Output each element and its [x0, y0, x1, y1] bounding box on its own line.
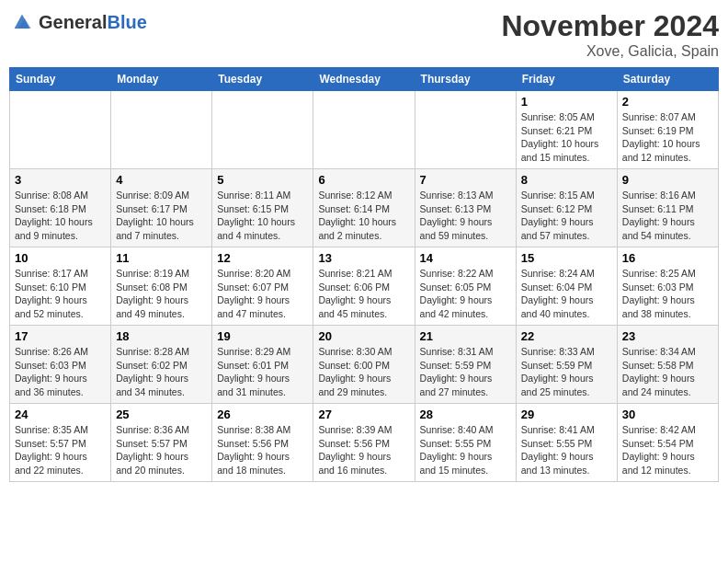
calendar-week-row: 17Sunrise: 8:26 AM Sunset: 6:03 PM Dayli…: [10, 326, 719, 404]
logo-general-text: General: [39, 12, 107, 32]
table-row: 27Sunrise: 8:39 AM Sunset: 5:56 PM Dayli…: [313, 404, 415, 482]
day-number: 3: [15, 173, 106, 187]
calendar-week-row: 1Sunrise: 8:05 AM Sunset: 6:21 PM Daylig…: [10, 91, 719, 169]
day-info: Sunrise: 8:21 AM Sunset: 6:06 PM Dayligh…: [318, 267, 409, 321]
day-number: 10: [15, 251, 106, 265]
day-number: 9: [622, 173, 713, 187]
day-info: Sunrise: 8:11 AM Sunset: 6:15 PM Dayligh…: [217, 189, 308, 243]
day-number: 19: [217, 329, 308, 343]
day-info: Sunrise: 8:26 AM Sunset: 6:03 PM Dayligh…: [15, 345, 106, 399]
table-row: 29Sunrise: 8:41 AM Sunset: 5:55 PM Dayli…: [516, 404, 617, 482]
day-info: Sunrise: 8:41 AM Sunset: 5:55 PM Dayligh…: [521, 423, 612, 477]
day-number: 29: [521, 408, 612, 421]
table-row: 16Sunrise: 8:25 AM Sunset: 6:03 PM Dayli…: [617, 247, 718, 326]
day-number: 23: [622, 329, 713, 343]
day-info: Sunrise: 8:19 AM Sunset: 6:08 PM Dayligh…: [116, 267, 207, 321]
table-row: 3Sunrise: 8:08 AM Sunset: 6:18 PM Daylig…: [10, 169, 111, 247]
table-row: [313, 91, 415, 169]
table-row: 17Sunrise: 8:26 AM Sunset: 6:03 PM Dayli…: [10, 326, 111, 404]
day-number: 26: [217, 408, 308, 421]
table-row: 13Sunrise: 8:21 AM Sunset: 6:06 PM Dayli…: [313, 247, 415, 326]
col-sunday: Sunday: [10, 68, 111, 91]
col-friday: Friday: [516, 68, 617, 91]
calendar-week-row: 10Sunrise: 8:17 AM Sunset: 6:10 PM Dayli…: [10, 247, 719, 326]
table-row: 14Sunrise: 8:22 AM Sunset: 6:05 PM Dayli…: [415, 247, 516, 326]
day-number: 24: [15, 408, 106, 421]
day-number: 15: [521, 251, 612, 265]
day-number: 6: [318, 173, 409, 187]
day-info: Sunrise: 8:16 AM Sunset: 6:11 PM Dayligh…: [622, 189, 713, 243]
calendar-week-row: 3Sunrise: 8:08 AM Sunset: 6:18 PM Daylig…: [10, 169, 719, 247]
table-row: 23Sunrise: 8:34 AM Sunset: 5:58 PM Dayli…: [617, 326, 718, 404]
day-info: Sunrise: 8:08 AM Sunset: 6:18 PM Dayligh…: [15, 189, 106, 243]
table-row: 28Sunrise: 8:40 AM Sunset: 5:55 PM Dayli…: [415, 404, 516, 482]
day-number: 2: [622, 95, 713, 109]
day-info: Sunrise: 8:38 AM Sunset: 5:56 PM Dayligh…: [217, 423, 308, 477]
table-row: 19Sunrise: 8:29 AM Sunset: 6:01 PM Dayli…: [212, 326, 313, 404]
day-number: 22: [521, 329, 612, 343]
table-row: 8Sunrise: 8:15 AM Sunset: 6:12 PM Daylig…: [516, 169, 617, 247]
day-info: Sunrise: 8:39 AM Sunset: 5:56 PM Dayligh…: [318, 423, 409, 477]
col-monday: Monday: [111, 68, 212, 91]
table-row: 1Sunrise: 8:05 AM Sunset: 6:21 PM Daylig…: [516, 91, 617, 169]
day-info: Sunrise: 8:29 AM Sunset: 6:01 PM Dayligh…: [217, 345, 308, 399]
day-info: Sunrise: 8:17 AM Sunset: 6:10 PM Dayligh…: [15, 267, 106, 321]
day-number: 20: [318, 329, 409, 343]
col-thursday: Thursday: [415, 68, 516, 91]
day-number: 13: [318, 251, 409, 265]
day-info: Sunrise: 8:25 AM Sunset: 6:03 PM Dayligh…: [622, 267, 713, 321]
table-row: 5Sunrise: 8:11 AM Sunset: 6:15 PM Daylig…: [212, 169, 313, 247]
day-info: Sunrise: 8:42 AM Sunset: 5:54 PM Dayligh…: [622, 423, 713, 477]
col-tuesday: Tuesday: [212, 68, 313, 91]
day-number: 5: [217, 173, 308, 187]
day-number: 8: [521, 173, 612, 187]
table-row: 24Sunrise: 8:35 AM Sunset: 5:57 PM Dayli…: [10, 404, 111, 482]
day-number: 4: [116, 173, 207, 187]
calendar: Sunday Monday Tuesday Wednesday Thursday…: [9, 67, 719, 482]
day-info: Sunrise: 8:13 AM Sunset: 6:13 PM Dayligh…: [420, 189, 511, 243]
table-row: 10Sunrise: 8:17 AM Sunset: 6:10 PM Dayli…: [10, 247, 111, 326]
table-row: 12Sunrise: 8:20 AM Sunset: 6:07 PM Dayli…: [212, 247, 313, 326]
day-info: Sunrise: 8:22 AM Sunset: 6:05 PM Dayligh…: [420, 267, 511, 321]
title-block: November 2024 Xove, Galicia, Spain: [501, 9, 719, 60]
day-number: 25: [116, 408, 207, 421]
day-number: 7: [420, 173, 511, 187]
day-number: 11: [116, 251, 207, 265]
table-row: 6Sunrise: 8:12 AM Sunset: 6:14 PM Daylig…: [313, 169, 415, 247]
table-row: [415, 91, 516, 169]
location: Xove, Galicia, Spain: [501, 43, 719, 60]
table-row: 11Sunrise: 8:19 AM Sunset: 6:08 PM Dayli…: [111, 247, 212, 326]
day-info: Sunrise: 8:33 AM Sunset: 5:59 PM Dayligh…: [521, 345, 612, 399]
day-info: Sunrise: 8:09 AM Sunset: 6:17 PM Dayligh…: [116, 189, 207, 243]
day-number: 12: [217, 251, 308, 265]
table-row: 26Sunrise: 8:38 AM Sunset: 5:56 PM Dayli…: [212, 404, 313, 482]
day-info: Sunrise: 8:07 AM Sunset: 6:19 PM Dayligh…: [622, 110, 713, 165]
table-row: 25Sunrise: 8:36 AM Sunset: 5:57 PM Dayli…: [111, 404, 212, 482]
day-info: Sunrise: 8:20 AM Sunset: 6:07 PM Dayligh…: [217, 267, 308, 321]
col-wednesday: Wednesday: [313, 68, 415, 91]
table-row: 20Sunrise: 8:30 AM Sunset: 6:00 PM Dayli…: [313, 326, 415, 404]
day-info: Sunrise: 8:30 AM Sunset: 6:00 PM Dayligh…: [318, 345, 409, 399]
table-row: [10, 91, 111, 169]
day-number: 30: [622, 408, 713, 421]
day-number: 18: [116, 329, 207, 343]
calendar-week-row: 24Sunrise: 8:35 AM Sunset: 5:57 PM Dayli…: [10, 404, 719, 482]
day-number: 27: [318, 408, 409, 421]
calendar-header-row: Sunday Monday Tuesday Wednesday Thursday…: [10, 68, 719, 91]
day-info: Sunrise: 8:24 AM Sunset: 6:04 PM Dayligh…: [521, 267, 612, 321]
day-number: 14: [420, 251, 511, 265]
day-number: 21: [420, 329, 511, 343]
table-row: 30Sunrise: 8:42 AM Sunset: 5:54 PM Dayli…: [617, 404, 718, 482]
table-row: 9Sunrise: 8:16 AM Sunset: 6:11 PM Daylig…: [617, 169, 718, 247]
month-title: November 2024: [501, 9, 719, 43]
day-info: Sunrise: 8:31 AM Sunset: 5:59 PM Dayligh…: [420, 345, 511, 399]
day-number: 1: [521, 95, 612, 109]
logo: GeneralBlue: [9, 9, 147, 35]
day-info: Sunrise: 8:15 AM Sunset: 6:12 PM Dayligh…: [521, 189, 612, 243]
logo-blue-text: Blue: [107, 12, 146, 32]
day-info: Sunrise: 8:12 AM Sunset: 6:14 PM Dayligh…: [318, 189, 409, 243]
table-row: [212, 91, 313, 169]
day-info: Sunrise: 8:05 AM Sunset: 6:21 PM Dayligh…: [521, 110, 612, 165]
day-number: 16: [622, 251, 713, 265]
table-row: 4Sunrise: 8:09 AM Sunset: 6:17 PM Daylig…: [111, 169, 212, 247]
